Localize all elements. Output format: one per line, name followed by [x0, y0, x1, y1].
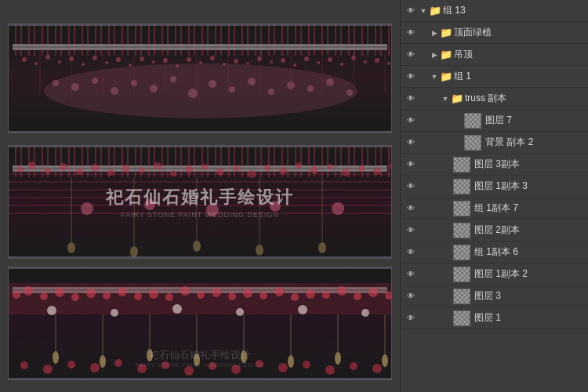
layer-name-8: 图层 1副本 3 [473, 180, 585, 193]
svg-rect-101 [9, 283, 391, 314]
layer-row-5[interactable]: 👁图层 7 [401, 110, 588, 132]
svg-point-61 [17, 166, 24, 172]
eye-icon-0[interactable]: 👁 [404, 4, 418, 18]
layer-row-10[interactable]: 👁图层 2副本 [401, 220, 588, 241]
svg-point-0 [22, 57, 27, 62]
svg-point-42 [229, 86, 235, 93]
layer-row-14[interactable]: 👁图层 1 [401, 307, 588, 329]
eye-icon-1[interactable]: 👁 [404, 26, 418, 40]
svg-point-10 [140, 56, 144, 61]
eye-icon-2[interactable]: 👁 [404, 48, 418, 62]
layer-name-14: 图层 1 [473, 311, 585, 325]
svg-point-70 [154, 162, 162, 170]
layer-row-2[interactable]: 👁▶📁吊顶 [401, 44, 588, 66]
svg-point-77 [264, 165, 270, 171]
artwork-panel-2: 祀石仙石婚礼手绘设计 FAIRY STONE PAINT WEDDING DES… [8, 145, 392, 259]
layer-row-12[interactable]: 👁图层 1副本 2 [401, 263, 588, 285]
layer-row-1[interactable]: 👁▶📁顶面绿植 [401, 22, 588, 44]
layer-name-9: 组 1副本 7 [473, 201, 585, 215]
eye-icon-3[interactable]: 👁 [404, 70, 418, 84]
svg-point-76 [248, 170, 256, 178]
svg-point-164 [372, 364, 382, 373]
expand-arrow-3[interactable]: ▼ [429, 71, 440, 82]
eye-icon-9[interactable]: 👁 [404, 201, 418, 216]
layer-row-11[interactable]: 👁组 1副本 6 [401, 241, 588, 263]
eye-icon-14[interactable]: 👁 [404, 311, 418, 325]
svg-point-89 [270, 201, 281, 212]
svg-point-129 [172, 304, 182, 314]
svg-point-23 [293, 64, 296, 67]
svg-point-114 [197, 291, 205, 299]
svg-point-39 [170, 76, 176, 82]
layer-row-9[interactable]: 👁组 1副本 7 [401, 198, 588, 220]
layer-row-4[interactable]: 👁▼📁truss 副本 [401, 88, 588, 110]
svg-point-132 [361, 309, 369, 317]
layers-panel: 👁▼📁组 13👁▶📁顶面绿植👁▶📁吊顶👁▼📁组 1👁▼📁truss 副本👁图层 … [400, 0, 588, 392]
layer-thumb-5 [464, 113, 481, 129]
svg-point-26 [328, 57, 332, 62]
eye-icon-7[interactable]: 👁 [404, 158, 418, 172]
svg-point-135 [147, 349, 153, 361]
svg-point-157 [209, 362, 216, 370]
expand-arrow-1[interactable]: ▶ [429, 27, 440, 38]
svg-point-69 [139, 167, 145, 173]
svg-point-95 [318, 242, 326, 253]
svg-point-161 [303, 361, 310, 368]
canvas-area: 祀石仙石婚礼手绘设计 FAIRY STONE PAINT WEDDING DES… [0, 0, 400, 392]
svg-point-65 [76, 169, 82, 175]
layer-row-7[interactable]: 👁图层 3副本 [401, 154, 588, 176]
svg-point-66 [91, 164, 99, 172]
svg-point-151 [67, 361, 75, 368]
svg-point-111 [149, 289, 158, 299]
svg-point-116 [228, 292, 236, 300]
svg-point-68 [122, 165, 130, 172]
expand-arrow-2[interactable]: ▶ [429, 49, 440, 60]
svg-point-88 [206, 204, 219, 216]
layer-row-8[interactable]: 👁图层 1副本 3 [401, 176, 588, 198]
svg-point-113 [180, 286, 190, 296]
layer-thumb-10 [453, 223, 470, 238]
scatter-1 [9, 24, 391, 132]
eye-icon-6[interactable]: 👁 [404, 136, 418, 150]
svg-point-107 [86, 289, 96, 298]
svg-point-92 [130, 246, 138, 257]
layer-thumb-12 [453, 267, 470, 282]
svg-point-150 [43, 365, 53, 374]
layer-thumb-9 [453, 201, 470, 216]
eye-icon-8[interactable]: 👁 [404, 180, 418, 194]
expand-arrow-0[interactable]: ▼ [418, 5, 429, 16]
svg-point-109 [118, 287, 127, 296]
svg-point-115 [212, 288, 221, 297]
svg-point-38 [150, 85, 158, 93]
layer-row-0[interactable]: 👁▼📁组 13 [401, 0, 588, 22]
svg-point-102 [13, 291, 20, 299]
eye-icon-10[interactable]: 👁 [404, 223, 418, 238]
layer-name-3: 组 1 [452, 70, 585, 83]
svg-point-40 [188, 89, 198, 98]
layer-thumb-14 [453, 310, 470, 326]
svg-point-112 [165, 293, 173, 301]
expand-arrow-4[interactable]: ▼ [440, 93, 451, 104]
svg-point-158 [231, 365, 241, 374]
svg-point-62 [28, 162, 36, 169]
eye-icon-13[interactable]: 👁 [404, 289, 418, 303]
svg-point-22 [281, 58, 285, 63]
eye-icon-5[interactable]: 👁 [404, 114, 418, 128]
layer-name-10: 图层 2副本 [473, 223, 585, 237]
svg-point-74 [216, 168, 224, 176]
layer-row-3[interactable]: 👁▼📁组 1 [401, 66, 588, 88]
eye-icon-12[interactable]: 👁 [404, 267, 418, 281]
scatter-2 [9, 146, 391, 258]
svg-point-123 [337, 286, 347, 296]
svg-point-14 [187, 57, 191, 62]
eye-icon-11[interactable]: 👁 [404, 245, 418, 260]
layer-row-6[interactable]: 👁背景 副本 2 [401, 132, 588, 154]
svg-point-156 [184, 366, 194, 376]
eye-icon-4[interactable]: 👁 [404, 92, 418, 106]
svg-point-80 [310, 166, 318, 174]
svg-point-46 [307, 85, 314, 92]
layer-row-13[interactable]: 👁图层 3 [401, 285, 588, 307]
svg-point-94 [256, 245, 263, 256]
svg-point-117 [243, 289, 252, 298]
svg-point-138 [288, 355, 294, 368]
